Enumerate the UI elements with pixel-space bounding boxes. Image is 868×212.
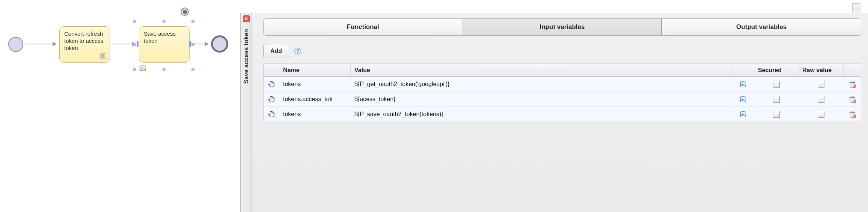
bpmn-task-save[interactable]: Save access token: [139, 26, 190, 63]
bpmn-canvas[interactable]: Convert refresh token to access token Sa…: [0, 0, 240, 212]
edit-expression-button[interactable]: [732, 92, 754, 106]
bpmn-task-convert[interactable]: Convert refresh token to access token: [59, 26, 110, 63]
selection-handle[interactable]: [191, 68, 194, 71]
drag-handle-icon[interactable]: [264, 77, 279, 91]
bpmn-sequence-flow[interactable]: [24, 44, 56, 44]
cell-secured[interactable]: [754, 78, 799, 91]
svg-line-6: [104, 58, 105, 59]
tabbar: Functional Input variables Output variab…: [263, 18, 861, 36]
tab-output-variables[interactable]: Output variables: [662, 19, 861, 35]
connector-anchor[interactable]: [189, 41, 191, 47]
cell-raw[interactable]: [799, 93, 844, 106]
tab-functional[interactable]: Functional: [264, 19, 463, 35]
bpmn-task-label: Convert refresh token to access token: [64, 30, 103, 51]
cell-value[interactable]: ${acess_token}: [351, 93, 732, 106]
cell-secured[interactable]: [754, 108, 799, 121]
checkbox[interactable]: [773, 81, 780, 88]
bpmn-sequence-flow[interactable]: [112, 44, 136, 44]
bpmn-end-event[interactable]: [211, 35, 228, 53]
delete-row-button[interactable]: [844, 77, 861, 91]
gear-icon: [98, 52, 107, 60]
table-row[interactable]: tokens${P_save_oauth2_token(tokens)}: [264, 107, 861, 122]
edit-expression-button[interactable]: [732, 108, 754, 121]
remove-selection-icon[interactable]: ⊗: [181, 8, 189, 16]
script-decorator-icon: [139, 65, 147, 71]
add-variable-button[interactable]: Add: [263, 44, 289, 58]
tab-label: Output variables: [736, 23, 787, 31]
bpmn-sequence-flow[interactable]: [191, 44, 208, 44]
checkbox[interactable]: [818, 111, 824, 118]
drag-handle-icon[interactable]: [264, 107, 279, 121]
checkbox[interactable]: [773, 96, 780, 103]
selection-handle[interactable]: [133, 68, 136, 71]
table-row[interactable]: tokens.access_tok${acess_token}: [264, 92, 861, 107]
bpmn-task-label: Save access token: [144, 30, 176, 44]
checkbox[interactable]: [818, 81, 824, 88]
col-secured[interactable]: Secured: [754, 64, 799, 76]
drag-handle-icon[interactable]: [264, 92, 279, 106]
svg-line-5: [100, 53, 101, 54]
checkbox[interactable]: [773, 111, 780, 118]
svg-point-10: [145, 70, 146, 71]
help-glyph: ?: [296, 48, 299, 54]
properties-panel: ✕ Save access token Functional Input var…: [240, 13, 868, 212]
close-panel-button[interactable]: ✕: [243, 15, 250, 22]
checkbox[interactable]: [818, 96, 824, 103]
variables-table: Name Value Secured Raw value tokens${P_g…: [263, 64, 861, 122]
cell-value[interactable]: ${P_get_oauth2_token('googleapi')}: [351, 78, 732, 91]
cell-raw[interactable]: [799, 78, 844, 91]
selection-handle[interactable]: [163, 68, 166, 71]
selection-handle[interactable]: [133, 20, 136, 23]
connector-anchor[interactable]: [137, 41, 139, 47]
svg-point-0: [101, 55, 104, 57]
delete-row-button[interactable]: [844, 92, 861, 106]
cell-raw[interactable]: [799, 108, 844, 121]
edit-expression-button[interactable]: [732, 77, 754, 91]
svg-line-7: [100, 58, 101, 59]
col-value[interactable]: Value: [351, 64, 732, 76]
cell-value[interactable]: ${P_save_oauth2_token(tokens)}: [351, 108, 732, 121]
cell-name[interactable]: tokens: [279, 78, 351, 91]
col-raw[interactable]: Raw value: [799, 64, 844, 76]
selection-handle[interactable]: [133, 43, 136, 46]
tab-label: Input variables: [540, 23, 585, 31]
table-row[interactable]: tokens${P_get_oauth2_token('googleapi')}: [264, 77, 861, 92]
cell-name[interactable]: tokens: [279, 108, 351, 121]
selection-handle[interactable]: [191, 20, 194, 23]
panel-title: Save access token: [243, 29, 250, 84]
tab-label: Functional: [347, 23, 379, 31]
bpmn-start-event[interactable]: [8, 37, 23, 52]
col-name[interactable]: Name: [279, 64, 351, 76]
panel-titlebar: ✕ Save access token: [241, 13, 252, 212]
cell-name[interactable]: tokens.access_tok: [279, 93, 351, 106]
tab-input-variables[interactable]: Input variables: [463, 19, 662, 35]
help-icon[interactable]: ?: [294, 48, 301, 55]
delete-row-button[interactable]: [844, 107, 861, 121]
panel-resize-grip[interactable]: [852, 3, 861, 12]
svg-line-8: [104, 53, 105, 54]
selection-handle[interactable]: [163, 20, 166, 23]
cell-secured[interactable]: [754, 93, 799, 106]
button-label: Add: [270, 48, 282, 55]
table-header: Name Value Secured Raw value: [264, 64, 861, 77]
